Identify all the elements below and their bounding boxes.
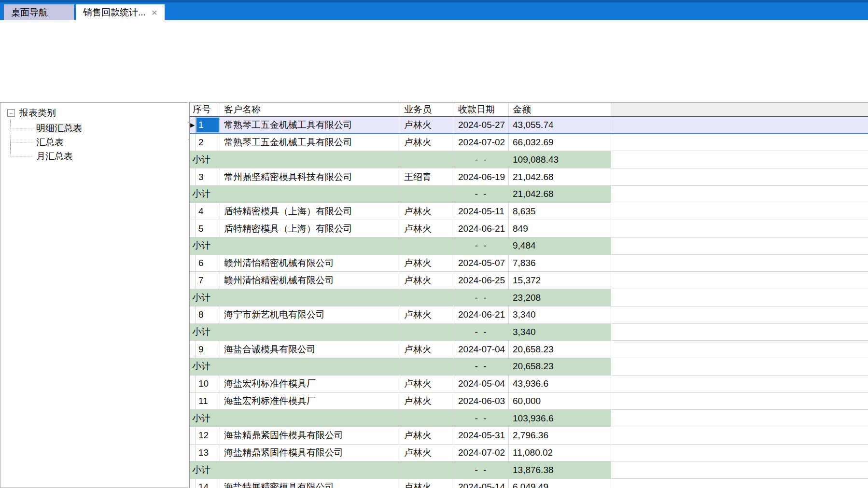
salesman-cell [400, 186, 454, 203]
collapse-icon[interactable]: − [7, 109, 15, 117]
table-row[interactable]: 6 赣州清怡精密机械有限公司 卢林火 2024-05-07 7,836 [190, 255, 868, 272]
tab-close-icon[interactable]: × [152, 7, 157, 17]
customer-cell [220, 186, 400, 203]
amount-cell: 43,936.6 [509, 376, 611, 392]
salesman-cell: 卢林火 [400, 307, 454, 323]
filler-cell [611, 117, 868, 133]
date-cell: - - [454, 461, 509, 478]
tab-sales-report[interactable]: 销售回款统计... × [76, 4, 165, 20]
salesman-cell: 卢林火 [400, 203, 454, 220]
date-cell: - - [454, 358, 509, 375]
seq-cell: 6 [196, 255, 220, 272]
date-cell: - - [454, 186, 509, 203]
salesman-cell [400, 289, 454, 306]
table-row[interactable]: 3 常州鼎坚精密模具科技有限公司 王绍青 2024-06-19 21,042.6… [190, 168, 868, 186]
customer-cell: 海盐宏利标准件模具厂 [220, 376, 400, 392]
filler-cell [611, 220, 868, 237]
date-cell: - - [454, 324, 509, 341]
table-row[interactable]: 2 常熟琴工五金机械工具有限公司 卢林火 2024-07-02 66,032.6… [190, 134, 868, 152]
salesman-cell [400, 461, 454, 478]
date-cell: 2024-05-31 [454, 427, 509, 444]
amount-cell: 8,635 [509, 203, 611, 220]
seq-cell: 3 [196, 168, 220, 185]
filler-cell [611, 134, 868, 151]
row-indicator-cell [190, 220, 196, 237]
table-row[interactable]: 8 海宁市新艺机电有限公司 卢林火 2024-06-21 3,340 [190, 307, 868, 324]
row-indicator-cell [190, 203, 196, 220]
amount-cell: 9,484 [509, 237, 611, 254]
filler-cell [611, 237, 868, 254]
seq-cell: 8 [196, 307, 220, 323]
column-header-2[interactable]: 业务员 [400, 103, 454, 116]
date-cell: - - [454, 289, 509, 306]
column-header-4[interactable]: 金额 [509, 103, 611, 116]
table-row[interactable]: 5 盾特精密模具（上海）有限公司 卢林火 2024-06-21 849 [190, 220, 868, 237]
column-header-0[interactable]: 序号 [190, 103, 220, 116]
filler-cell [611, 427, 868, 444]
seq-cell: 9 [196, 341, 220, 358]
customer-cell: 盾特精密模具（上海）有限公司 [220, 220, 400, 237]
date-cell: 2024-05-11 [454, 203, 509, 220]
customer-cell [220, 237, 400, 254]
customer-cell [220, 289, 400, 306]
column-header-1[interactable]: 客户名称 [220, 103, 400, 116]
amount-cell: 3,340 [509, 307, 611, 323]
column-header-3[interactable]: 收款日期 [454, 103, 509, 116]
subtotal-row: 小计 - - 23,208 [190, 289, 868, 307]
tree-item-2[interactable]: 月汇总表 [10, 149, 188, 163]
customer-cell: 常熟琴工五金机械工具有限公司 [220, 117, 400, 133]
customer-cell: 盾特精密模具（上海）有限公司 [220, 203, 400, 220]
row-indicator-cell [190, 341, 196, 358]
seq-cell: 14 [196, 479, 220, 488]
subtotal-label-cell: 小计 [190, 237, 220, 254]
salesman-cell: 卢林火 [400, 134, 454, 151]
row-indicator-cell [190, 272, 196, 289]
tree-item-1[interactable]: 汇总表 [10, 135, 188, 149]
filter-toolbar: 按日期 从 2024-05-01 至 2024-07-25 汇总方式 按客户 按… [0, 58, 868, 90]
salesman-cell: 卢林火 [400, 479, 454, 488]
tree-item-0[interactable]: 明细汇总表 [10, 121, 188, 135]
amount-cell: 3,340 [509, 324, 611, 341]
row-indicator-cell [190, 134, 196, 151]
table-row[interactable]: 7 赣州清怡精密机械有限公司 卢林火 2024-06-25 15,372 [190, 272, 868, 289]
amount-cell: 20,658.23 [509, 341, 611, 358]
amount-cell: 13,876.38 [509, 461, 611, 478]
salesman-cell: 卢林火 [400, 376, 454, 392]
salesman-cell: 卢林火 [400, 393, 454, 410]
filler-cell [611, 186, 868, 203]
amount-cell: 43,055.74 [509, 117, 611, 133]
date-cell: 2024-07-02 [454, 134, 509, 151]
table-row[interactable]: 13 海盐精鼎紧固件模具有限公司 卢林火 2024-07-02 11,080.0… [190, 445, 868, 462]
subtotal-label-cell: 小计 [190, 358, 220, 375]
salesman-cell [400, 410, 454, 427]
customer-cell [220, 151, 400, 168]
tree-root[interactable]: − 报表类别 [0, 103, 188, 120]
row-indicator-cell [190, 479, 196, 488]
table-row[interactable]: 4 盾特精密模具（上海）有限公司 卢林火 2024-05-11 8,635 [190, 203, 868, 221]
date-cell: 2024-05-27 [454, 117, 509, 133]
filler-cell [611, 203, 868, 220]
filler-cell [611, 358, 868, 375]
salesman-cell: 卢林火 [400, 117, 454, 133]
amount-cell: 11,080.02 [509, 445, 611, 461]
table-row[interactable]: 9 海盐合诚模具有限公司 卢林火 2024-07-04 20,658.23 [190, 341, 868, 358]
customer-cell: 海盐特展精密模具有限公司 [220, 479, 400, 488]
subtotal-row: 小计 - - 20,658.23 [190, 358, 868, 376]
table-row[interactable]: 10 海盐宏利标准件模具厂 卢林火 2024-05-04 43,936.6 [190, 376, 868, 393]
subtotal-label-cell: 小计 [190, 289, 220, 306]
salesman-cell: 卢林火 [400, 255, 454, 272]
table-row[interactable]: 12 海盐精鼎紧固件模具有限公司 卢林火 2024-05-31 2,796.36 [190, 427, 868, 445]
date-cell: 2024-06-03 [454, 393, 509, 410]
customer-cell: 海盐合诚模具有限公司 [220, 341, 400, 358]
table-row[interactable]: ▶ 1 常熟琴工五金机械工具有限公司 卢林火 2024-05-27 43,055… [190, 117, 868, 134]
date-cell: 2024-05-07 [454, 255, 509, 272]
salesman-cell [400, 151, 454, 168]
tab-desktop-nav[interactable]: 桌面导航 [4, 4, 74, 20]
salesman-cell: 卢林火 [400, 272, 454, 289]
seq-cell: 5 [196, 220, 220, 237]
table-row[interactable]: 11 海盐宏利标准件模具厂 卢林火 2024-06-03 60,000 [190, 393, 868, 410]
subtotal-row: 小计 - - 13,876.38 [190, 461, 868, 479]
table-row[interactable]: 14 海盐特展精密模具有限公司 卢林火 2024-05-14 6,049.49 [190, 479, 868, 488]
filler-cell [611, 272, 868, 289]
row-indicator-cell [190, 427, 196, 444]
